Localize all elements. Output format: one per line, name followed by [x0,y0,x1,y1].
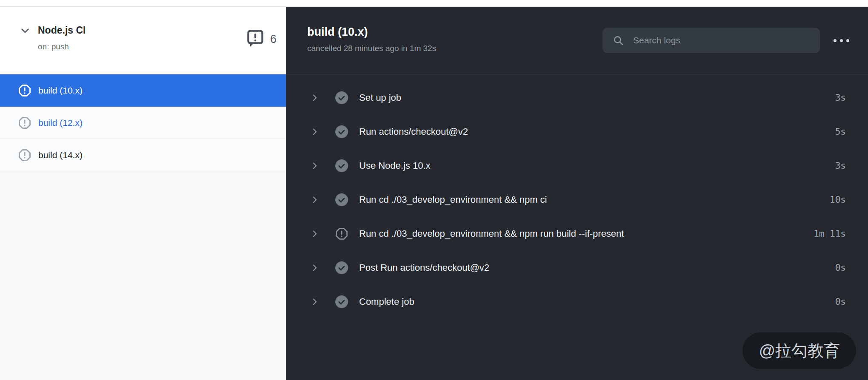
job-list: build (10.x) build (12.x) [0,74,286,171]
page-top-strip [0,0,868,7]
step-list: Set up job 3s [286,74,868,319]
annotation-alert-icon [247,30,263,48]
stop-octagon-icon [18,149,31,162]
chevron-down-icon[interactable] [20,25,31,36]
step-row[interactable]: Use Node.js 10.x 3s [286,149,868,183]
step-duration: 0s [835,263,846,273]
step-row[interactable]: Run cd ./03_develop_environment && npm c… [286,183,868,217]
log-panel: build (10.x) cancelled 28 minutes ago in… [286,7,868,380]
step-row[interactable]: Run cd ./03_develop_environment && npm r… [286,217,868,251]
job-label: build (10.x) [38,85,83,96]
step-duration: 3s [835,93,846,103]
chevron-right-icon[interactable] [311,196,319,204]
step-row[interactable]: Set up job 3s [286,81,868,115]
step-name: Run cd ./03_develop_environment && npm r… [359,228,624,239]
job-list-item[interactable]: build (12.x) [0,107,286,139]
log-panel-header: build (10.x) cancelled 28 minutes ago in… [286,7,868,74]
step-name: Run cd ./03_develop_environment && npm c… [359,194,547,205]
cancelled-octagon-icon [335,227,348,240]
job-label: build (14.x) [38,150,83,160]
check-circle-icon [335,159,348,172]
more-options-button[interactable] [833,35,850,46]
step-duration: 5s [835,127,846,137]
chevron-right-icon[interactable] [311,230,319,238]
chevron-right-icon[interactable] [311,298,319,306]
stop-octagon-icon [18,116,31,129]
job-status-line: cancelled 28 minutes ago in 1m 32s [307,44,436,53]
step-duration: 0s [835,297,846,307]
job-list-item[interactable]: build (14.x) [0,139,286,171]
check-circle-icon [335,193,348,206]
step-duration: 1m 11s [814,229,846,239]
chevron-right-icon[interactable] [311,94,319,102]
workflow-header: Node.js CI on: push 6 [0,8,286,74]
check-circle-icon [335,261,348,274]
chevron-right-icon[interactable] [311,162,319,170]
job-list-item[interactable]: build (10.x) [0,74,286,107]
check-circle-icon [335,125,348,138]
workflow-name: Node.js CI [38,25,86,36]
annotations-badge[interactable]: 6 [247,30,277,48]
chevron-right-icon[interactable] [311,128,319,136]
watermark-text: @拉勾教育 [759,340,840,362]
step-row[interactable]: Run actions/checkout@v2 5s [286,115,868,149]
step-duration: 3s [835,161,846,171]
stop-octagon-icon [18,84,31,97]
jobs-sidebar: Node.js CI on: push 6 [0,8,286,380]
chevron-right-icon[interactable] [311,264,319,272]
step-name: Post Run actions/checkout@v2 [359,262,489,273]
step-duration: 10s [830,195,846,205]
search-logs-box [602,28,820,53]
step-name: Set up job [359,92,401,103]
job-label: build (12.x) [38,118,83,128]
check-circle-icon [335,91,348,104]
search-logs-input[interactable] [633,35,811,45]
step-row[interactable]: Complete job 0s [286,285,868,319]
search-icon [613,35,624,46]
check-circle-icon [335,295,348,308]
annotation-count: 6 [270,33,277,46]
workflow-run-page: Node.js CI on: push 6 [0,0,868,380]
step-name: Run actions/checkout@v2 [359,126,468,137]
step-name: Use Node.js 10.x [359,160,431,171]
step-name: Complete job [359,296,414,307]
workflow-trigger: on: push [38,42,277,51]
step-row[interactable]: Post Run actions/checkout@v2 0s [286,251,868,285]
watermark-badge: @拉勾教育 [742,332,856,369]
job-title: build (10.x) [307,26,436,39]
